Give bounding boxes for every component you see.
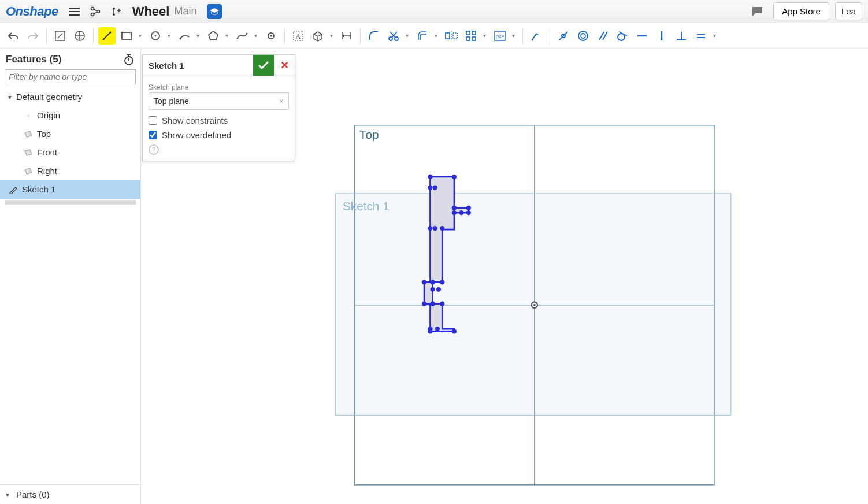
parallel-constraint-icon[interactable] bbox=[594, 27, 611, 45]
svg-point-54 bbox=[433, 226, 437, 231]
version-tree-icon[interactable] bbox=[88, 5, 102, 18]
svg-point-47 bbox=[433, 185, 437, 190]
right-plane-feature[interactable]: Right bbox=[0, 162, 140, 180]
origin-feature[interactable]: ◦ Origin bbox=[0, 106, 140, 125]
svg-point-52 bbox=[466, 210, 471, 215]
trim-dropdown[interactable]: ▾ bbox=[403, 32, 410, 39]
sketch-tool-icon[interactable] bbox=[51, 27, 69, 45]
featurescript-icon[interactable] bbox=[71, 27, 88, 45]
polygon-dropdown[interactable]: ▾ bbox=[223, 32, 230, 39]
dimension-tool-icon[interactable] bbox=[338, 27, 355, 45]
accept-button[interactable] bbox=[253, 55, 274, 76]
svg-rect-27 bbox=[466, 37, 470, 40]
svg-point-3 bbox=[113, 8, 115, 10]
line-tool-icon[interactable] bbox=[98, 27, 116, 45]
top-plane-feature[interactable]: Top bbox=[0, 125, 140, 143]
svg-point-63 bbox=[440, 302, 444, 306]
rectangle-tool-icon[interactable] bbox=[118, 27, 135, 45]
front-plane-feature[interactable]: Front bbox=[0, 143, 140, 162]
undo-button[interactable] bbox=[5, 27, 22, 45]
dialog-help-icon[interactable]: ? bbox=[149, 144, 289, 155]
svg-point-57 bbox=[430, 280, 435, 284]
svg-point-62 bbox=[430, 302, 435, 306]
trim-tool-icon[interactable] bbox=[385, 27, 402, 45]
plane-icon bbox=[23, 131, 34, 138]
svg-point-67 bbox=[452, 329, 457, 333]
concentric-constraint-icon[interactable] bbox=[574, 27, 592, 45]
svg-rect-28 bbox=[472, 37, 476, 40]
hamburger-icon[interactable] bbox=[68, 5, 81, 18]
svg-point-48 bbox=[452, 206, 457, 210]
redo-button[interactable] bbox=[24, 27, 42, 45]
constraint-dropdown[interactable]: ▾ bbox=[711, 32, 718, 39]
show-constraints-checkbox[interactable]: Show constraints bbox=[149, 116, 289, 125]
svg-point-13 bbox=[180, 38, 181, 39]
sketch-feature-icon bbox=[8, 185, 18, 194]
tangent-constraint-icon[interactable] bbox=[614, 27, 631, 45]
svg-point-16 bbox=[246, 32, 248, 34]
circle-tool-icon[interactable] bbox=[147, 27, 164, 45]
pattern-tool-icon[interactable] bbox=[462, 27, 480, 45]
svg-point-65 bbox=[435, 327, 440, 331]
dialog-title: Sketch 1 bbox=[143, 56, 253, 75]
app-store-button[interactable]: App Store bbox=[773, 2, 829, 20]
transform-tool-icon[interactable] bbox=[528, 27, 545, 45]
rectangle-dropdown[interactable]: ▾ bbox=[136, 32, 143, 39]
svg-point-66 bbox=[428, 329, 432, 333]
spline-tool-icon[interactable] bbox=[233, 27, 251, 45]
svg-point-59 bbox=[430, 287, 435, 292]
horizontal-constraint-icon[interactable] bbox=[633, 27, 651, 45]
point-tool-icon[interactable] bbox=[262, 27, 280, 45]
top-plane-label: Top bbox=[359, 128, 379, 141]
learn-button[interactable]: Lea bbox=[835, 2, 862, 20]
rollback-bar[interactable] bbox=[5, 200, 136, 205]
insert-icon[interactable] bbox=[109, 5, 123, 18]
svg-text:DXF: DXF bbox=[496, 35, 504, 39]
svg-point-15 bbox=[237, 37, 239, 39]
equal-constraint-icon[interactable] bbox=[692, 27, 710, 45]
polygon-tool-icon[interactable] bbox=[205, 27, 222, 45]
vertical-constraint-icon[interactable] bbox=[653, 27, 670, 45]
arc-tool-icon[interactable] bbox=[176, 27, 193, 45]
use-dropdown[interactable]: ▾ bbox=[328, 32, 335, 39]
pattern-dropdown[interactable]: ▾ bbox=[481, 32, 488, 39]
offset-tool-icon[interactable] bbox=[414, 27, 431, 45]
arc-dropdown[interactable]: ▾ bbox=[194, 32, 201, 39]
plane-icon bbox=[23, 149, 34, 156]
svg-point-1 bbox=[91, 13, 94, 16]
svg-point-31 bbox=[532, 39, 533, 40]
coincident-constraint-icon[interactable] bbox=[555, 27, 572, 45]
dxf-import-icon[interactable]: DXF bbox=[491, 27, 509, 45]
svg-point-2 bbox=[97, 10, 99, 13]
svg-point-4 bbox=[113, 13, 115, 16]
feature-filter-input[interactable] bbox=[5, 69, 136, 84]
dxf-dropdown[interactable]: ▾ bbox=[510, 32, 517, 39]
mirror-tool-icon[interactable] bbox=[443, 27, 460, 45]
perpendicular-constraint-icon[interactable] bbox=[673, 27, 690, 45]
show-overdefined-checkbox[interactable]: Show overdefined bbox=[149, 130, 289, 140]
text-tool-icon[interactable]: A bbox=[290, 27, 307, 45]
comments-icon[interactable] bbox=[750, 5, 764, 18]
stopwatch-icon[interactable] bbox=[123, 53, 135, 66]
fillet-tool-icon[interactable] bbox=[365, 27, 383, 45]
features-title: Features (5) bbox=[6, 54, 61, 65]
cancel-button[interactable]: ✕ bbox=[274, 55, 295, 76]
sketch1-feature[interactable]: Sketch 1 bbox=[0, 180, 140, 199]
svg-point-56 bbox=[422, 280, 426, 284]
feature-tree: ▾ Default geometry ◦ Origin Top Front Ri… bbox=[0, 88, 140, 484]
document-title[interactable]: Wheel bbox=[132, 4, 170, 19]
parts-section[interactable]: ▾ Parts (0) bbox=[0, 484, 140, 504]
use-project-icon[interactable] bbox=[309, 27, 327, 45]
circle-dropdown[interactable]: ▾ bbox=[165, 32, 172, 39]
sketch-plane-field[interactable]: Top plane × bbox=[149, 92, 289, 110]
offset-dropdown[interactable]: ▾ bbox=[432, 32, 439, 39]
onshape-logo[interactable]: Onshape bbox=[6, 4, 58, 19]
spline-dropdown[interactable]: ▾ bbox=[252, 32, 259, 39]
svg-point-58 bbox=[440, 280, 444, 284]
default-geometry-group[interactable]: ▾ Default geometry bbox=[0, 88, 140, 106]
svg-point-61 bbox=[422, 302, 426, 306]
clear-plane-icon[interactable]: × bbox=[279, 97, 284, 106]
document-branch[interactable]: Main bbox=[174, 5, 196, 17]
education-badge-icon[interactable] bbox=[207, 4, 222, 19]
svg-rect-25 bbox=[466, 31, 470, 35]
